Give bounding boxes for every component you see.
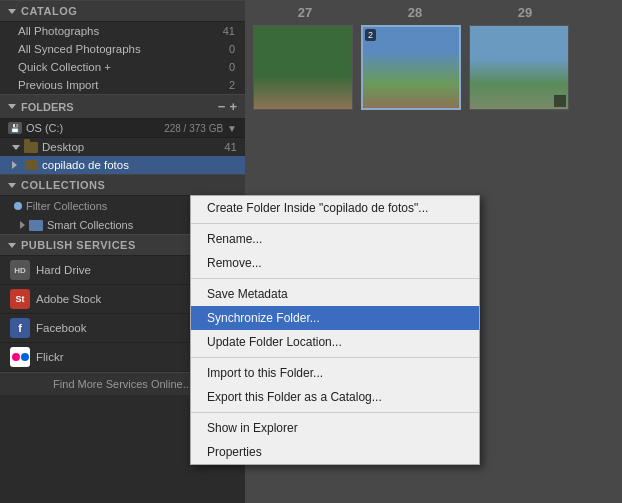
smart-collections-chevron [20,221,25,229]
filter-collections-icon [14,202,22,210]
catalog-quick-collection-label: Quick Collection + [18,61,111,73]
hard-drive-label: Hard Drive [36,264,91,276]
drive-info: 228 / 373 GB [164,123,223,134]
menu-show-in-explorer[interactable]: Show in Explorer [191,416,479,440]
publish-services-header-left: Publish Services [8,239,136,251]
folders-header-left: Folders [8,101,74,113]
catalog-title: Catalog [21,5,77,17]
thumbnail-29-corner-badge [554,95,566,107]
drive-label: 💾 OS (C:) [8,122,63,134]
menu-separator-4 [191,412,479,413]
drive-name: OS (C:) [26,122,63,134]
hard-drive-icon: HD [10,260,30,280]
flickr-dot2 [21,353,29,361]
folder-copilado-icon [25,160,38,170]
thumbnail-29[interactable] [469,25,569,110]
catalog-previous-import-label: Previous Import [18,79,99,91]
drive-icon: 💾 [8,122,22,134]
menu-separator-1 [191,223,479,224]
menu-separator-3 [191,357,479,358]
facebook-icon: f [10,318,30,338]
adobe-stock-icon: St [10,289,30,309]
folder-desktop-label: Desktop [42,141,84,153]
catalog-header[interactable]: Catalog [0,0,245,22]
folder-copilado-label: copilado de fotos [42,159,129,171]
folders-title: Folders [21,101,74,113]
catalog-all-photographs-label: All Photographs [18,25,99,37]
folders-collapse-icon [8,104,16,109]
catalog-all-synced[interactable]: All Synced Photographs 0 [0,40,245,58]
catalog-header-left: Catalog [8,5,77,17]
filter-collections-label: Filter Collections [26,200,107,212]
context-menu: Create Folder Inside "copilado de fotos"… [190,195,480,465]
menu-separator-2 [191,278,479,279]
menu-import-to-folder[interactable]: Import to this Folder... [191,361,479,385]
folder-copilado[interactable]: copilado de fotos [0,156,245,174]
smart-collections-label: Smart Collections [47,219,133,231]
thumbnail-28[interactable]: 2 [361,25,461,110]
collections-header-left: Collections [8,179,105,191]
menu-synchronize-folder[interactable]: Synchronize Folder... [191,306,479,330]
thumbnail-28-badge: 2 [365,29,376,41]
flickr-icon [10,347,30,367]
collections-collapse-icon [8,183,16,188]
menu-remove[interactable]: Remove... [191,251,479,275]
catalog-all-photographs-count: 41 [223,25,235,37]
filmstrip-header: 27 28 29 [245,0,622,25]
menu-save-metadata[interactable]: Save Metadata [191,282,479,306]
adobe-stock-label: Adobe Stock [36,293,101,305]
menu-rename[interactable]: Rename... [191,227,479,251]
menu-export-catalog[interactable]: Export this Folder as a Catalog... [191,385,479,409]
thumbnail-27[interactable] [253,25,353,110]
catalog-quick-collection[interactable]: Quick Collection + 0 [0,58,245,76]
drive-item[interactable]: 💾 OS (C:) 228 / 373 GB ▼ [0,119,245,138]
folder-desktop-collapse-icon [12,145,20,150]
flickr-dot1 [12,353,20,361]
facebook-label: Facebook [36,322,87,334]
thumbnail-28-photo [363,27,459,108]
folders-add-button[interactable]: + [229,99,237,114]
catalog-previous-import-count: 2 [229,79,235,91]
flickr-label: Flickr [36,351,63,363]
find-more-label: Find More Services Online... [53,378,192,390]
collections-header[interactable]: Collections [0,174,245,196]
collections-title: Collections [21,179,105,191]
folders-remove-button[interactable]: − [218,99,226,114]
catalog-quick-collection-count: 0 [229,61,235,73]
catalog-all-synced-label: All Synced Photographs [18,43,141,55]
folder-desktop[interactable]: Desktop 41 [0,138,245,156]
menu-create-folder[interactable]: Create Folder Inside "copilado de fotos"… [191,196,479,220]
folder-copilado-label-group: copilado de fotos [12,159,129,171]
smart-collections-icon [29,220,43,231]
filmstrip-num-27: 27 [255,5,355,20]
catalog-collapse-icon [8,9,16,14]
drive-dropdown-icon[interactable]: ▼ [227,123,237,134]
menu-properties[interactable]: Properties [191,440,479,464]
catalog-all-synced-count: 0 [229,43,235,55]
publish-services-collapse-icon [8,243,16,248]
catalog-previous-import[interactable]: Previous Import 2 [0,76,245,94]
folders-header-right: − + [218,99,237,114]
folders-header[interactable]: Folders − + [0,94,245,119]
flickr-dots [12,353,29,361]
filmstrip-num-29: 29 [475,5,575,20]
folder-desktop-label-group: Desktop [12,141,84,153]
catalog-all-photographs[interactable]: All Photographs 41 [0,22,245,40]
thumbnail-27-photo [254,26,352,109]
folder-desktop-icon [24,142,38,153]
folder-copilado-chevron [12,161,17,169]
folder-desktop-count: 41 [224,141,237,153]
drive-info-container: 228 / 373 GB ▼ [164,123,237,134]
publish-services-title: Publish Services [21,239,136,251]
filmstrip-num-28: 28 [365,5,465,20]
menu-update-folder-location[interactable]: Update Folder Location... [191,330,479,354]
